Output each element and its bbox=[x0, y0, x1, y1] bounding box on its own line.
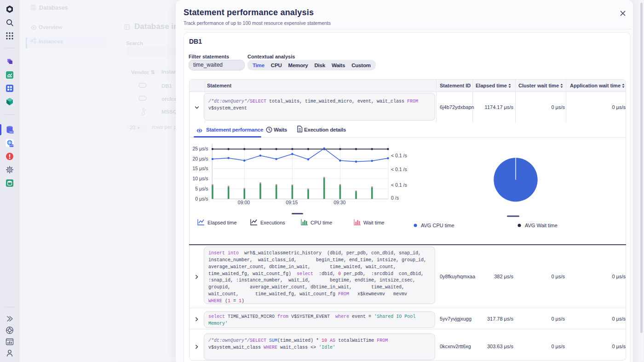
svg-text:Wait time: Wait time bbox=[363, 220, 384, 225]
svg-text:10 μs/s: 10 μs/s bbox=[192, 176, 208, 181]
svg-text:15 μs/s: 15 μs/s bbox=[192, 166, 208, 171]
svg-text:Executions: Executions bbox=[260, 220, 285, 225]
svg-text:NEW: NEW bbox=[9, 131, 14, 133]
svg-text:25 μs/s: 25 μs/s bbox=[192, 146, 208, 151]
svg-text:20 μs/s: 20 μs/s bbox=[192, 156, 208, 161]
svg-text:09:30: 09:30 bbox=[334, 200, 345, 205]
svg-text:CPU time: CPU time bbox=[310, 220, 332, 225]
svg-text:< 0.1 /s: < 0.1 /s bbox=[391, 153, 407, 158]
svg-text:09:15: 09:15 bbox=[286, 200, 298, 205]
svg-text:Elapsed time: Elapsed time bbox=[207, 220, 237, 225]
svg-text:< 0.1 /s: < 0.1 /s bbox=[391, 167, 407, 172]
svg-text:0 /s: 0 /s bbox=[391, 195, 399, 201]
svg-text:AVG CPU time: AVG CPU time bbox=[421, 223, 454, 228]
svg-text:5 μs/s: 5 μs/s bbox=[195, 186, 208, 191]
svg-text:09:00: 09:00 bbox=[238, 200, 250, 205]
svg-text:0 μs/s: 0 μs/s bbox=[195, 196, 208, 201]
svg-text:< 0.1 /s: < 0.1 /s bbox=[391, 182, 407, 188]
svg-text:AVG Wait time: AVG Wait time bbox=[525, 223, 558, 228]
svg-text:NEW: NEW bbox=[9, 144, 14, 147]
